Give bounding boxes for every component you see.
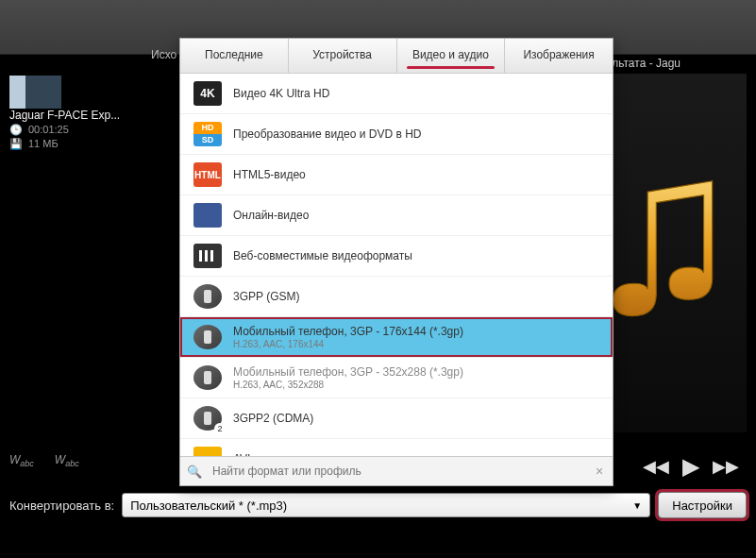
- play-button[interactable]: ▶: [682, 453, 699, 480]
- subtitle-button-a[interactable]: Wabc: [9, 453, 34, 468]
- tab-images[interactable]: Изображения: [505, 39, 613, 73]
- avi-icon: AVI: [193, 447, 222, 456]
- format-sublabel: H.263, AAC, 176x144: [233, 339, 599, 349]
- preview-panel: [591, 74, 747, 432]
- tab-video-audio[interactable]: Видео и аудио: [397, 39, 506, 73]
- phone-icon: [193, 365, 222, 390]
- playback-controls: ◀◀ ▶ ▶▶: [643, 453, 739, 480]
- phone-icon: [193, 325, 222, 349]
- format-dropdown: Последние Устройства Видео и аудио Изобр…: [179, 38, 613, 486]
- format-3gp-352x288[interactable]: Мобильный телефон, 3GP - 352x288 (*.3gp)…: [180, 358, 613, 398]
- clear-search-button[interactable]: ×: [586, 464, 613, 479]
- format-3gpp2-cdma[interactable]: 2 3GPP2 (CDMA): [180, 398, 613, 439]
- tab-recent[interactable]: Последние: [180, 39, 289, 73]
- output-profile-value: Пользовательский * (*.mp3): [130, 499, 287, 513]
- search-icon: 🔍: [180, 465, 209, 479]
- output-profile-select[interactable]: Пользовательский * (*.mp3) ▼: [122, 493, 650, 517]
- source-file-caption: Исхо: [151, 48, 176, 61]
- file-duration: 00:01:25: [28, 124, 69, 135]
- hd-sd-icon: HDSD: [193, 122, 222, 146]
- format-label: Преобразование видео и DVD в HD: [233, 127, 599, 141]
- format-3gpp-gsm[interactable]: 3GPP (GSM): [180, 277, 613, 317]
- format-3gp-176x144[interactable]: Мобильный телефон, 3GP - 176x144 (*.3gp)…: [180, 317, 613, 358]
- settings-button[interactable]: Настройки: [658, 492, 747, 518]
- file-name: Jaguar F-PACE Exp...: [9, 109, 120, 122]
- format-avi[interactable]: AVI AVI: [180, 439, 613, 456]
- phone-icon: [193, 284, 222, 309]
- format-search-input[interactable]: [209, 457, 586, 485]
- file-size: 11 МБ: [28, 138, 59, 149]
- subtitle-toolbar: Wabc Wabc: [9, 453, 79, 468]
- file-list: Jaguar F-PACE Exp... 🕒00:01:25 💾11 МБ: [9, 76, 179, 150]
- file-thumbnail: [9, 76, 61, 109]
- 4k-icon: 4K: [193, 81, 222, 106]
- convert-to-label: Конвертировать в:: [9, 499, 114, 513]
- online-video-icon: [193, 203, 222, 228]
- disk-icon: 💾: [9, 138, 23, 149]
- format-hd[interactable]: HDSD Преобразование видео и DVD в HD: [180, 114, 613, 155]
- format-online[interactable]: Онлайн-видео: [180, 195, 613, 236]
- clock-icon: 🕒: [9, 124, 23, 135]
- rewind-button[interactable]: ◀◀: [643, 456, 669, 477]
- format-label: Видео 4K Ultra HD: [233, 87, 599, 100]
- format-label: AVI: [233, 452, 599, 456]
- tab-devices[interactable]: Устройства: [289, 39, 397, 73]
- format-sublabel: H.263, AAC, 352x288: [233, 380, 599, 390]
- phone-icon: 2: [193, 406, 222, 431]
- html5-icon: HTML: [193, 162, 222, 187]
- format-web-compatible[interactable]: Веб-совместимые видеоформаты: [180, 236, 613, 277]
- forward-button[interactable]: ▶▶: [713, 456, 739, 477]
- format-html5[interactable]: HTML HTML5-видео: [180, 155, 613, 195]
- format-label: 3GPP (GSM): [233, 290, 599, 303]
- music-note-icon: [603, 176, 735, 330]
- format-label: Мобильный телефон, 3GP - 176x144 (*.3gp): [233, 325, 599, 338]
- format-label: Мобильный телефон, 3GP - 352x288 (*.3gp): [233, 365, 599, 379]
- chevron-down-icon: ▼: [632, 500, 642, 511]
- film-icon: [193, 244, 222, 268]
- format-label: Веб-совместимые видеоформаты: [233, 249, 599, 262]
- format-4k-uhd[interactable]: 4K Видео 4K Ultra HD: [180, 74, 613, 114]
- format-label: Онлайн-видео: [233, 209, 599, 222]
- file-item[interactable]: Jaguar F-PACE Exp... 🕒00:01:25 💾11 МБ: [9, 76, 179, 150]
- subtitle-button-b[interactable]: Wabc: [55, 453, 79, 468]
- format-label: 3GPP2 (CDMA): [233, 412, 599, 425]
- format-label: HTML5-видео: [233, 168, 599, 181]
